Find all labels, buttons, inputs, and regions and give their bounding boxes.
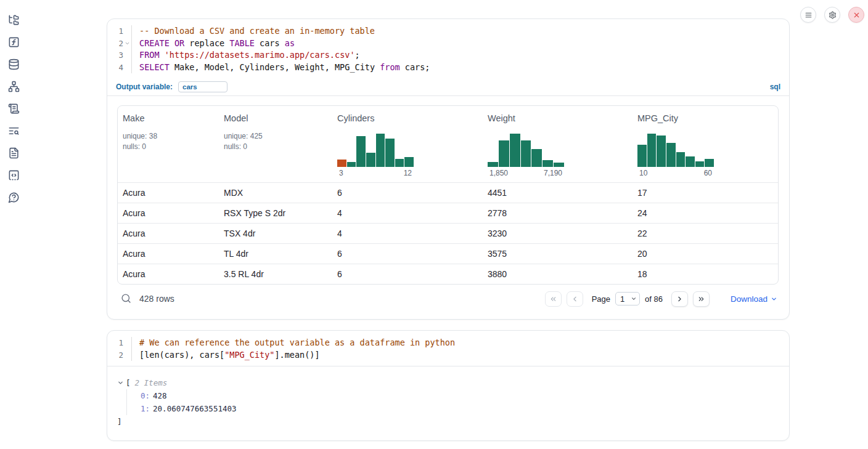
tree-entry[interactable]: 1:20.060747663551403 — [141, 402, 779, 415]
table-row[interactable]: AcuraRSX Type S 2dr4277824 — [118, 203, 778, 223]
token-plain: [len(cars), cars[ — [139, 350, 224, 360]
sidebar-item-logs[interactable] — [7, 102, 20, 115]
histogram-bar[interactable] — [395, 159, 404, 167]
hist-min-label: 10 — [639, 169, 647, 177]
histogram-bar[interactable] — [521, 140, 531, 167]
token-keyword: as — [285, 38, 295, 48]
token-keyword: FROM — [139, 50, 160, 60]
line-number: 1 — [107, 25, 123, 38]
collapse-icon[interactable] — [117, 379, 124, 386]
table-cell: 2778 — [483, 208, 633, 218]
table-cell: Acura — [118, 188, 219, 198]
shutdown-button[interactable] — [848, 7, 864, 23]
sidebar-item-help[interactable] — [7, 191, 20, 203]
histogram-bar[interactable] — [695, 161, 705, 167]
histogram-bar[interactable] — [542, 160, 553, 167]
tree-entries: 0:4281:20.060747663551403 — [126, 389, 779, 415]
documentation-icon — [8, 147, 20, 159]
search-icon[interactable] — [121, 293, 132, 304]
token-plain: ; — [355, 50, 360, 60]
token-plain: cars — [255, 38, 285, 48]
sql-cell-output: Makeunique: 38nulls: 0Modelunique: 425nu… — [107, 96, 789, 319]
first-page-button[interactable] — [545, 291, 562, 307]
table-row[interactable]: AcuraTL 4dr6357520 — [118, 243, 778, 264]
histogram-bar[interactable] — [705, 159, 714, 167]
sidebar-item-file-explorer[interactable] — [7, 14, 20, 26]
sidebar-item-search-logs[interactable] — [7, 124, 20, 137]
table-cell: 3230 — [483, 229, 633, 238]
sql-code-editor[interactable]: 1-- Download a CSV and create an in-memo… — [107, 19, 789, 78]
sidebar-item-datasources[interactable] — [7, 58, 20, 70]
histogram-bar[interactable] — [637, 145, 647, 167]
fold-spacer — [123, 49, 132, 62]
open-bracket: [ — [126, 376, 131, 389]
histogram-bar[interactable] — [499, 140, 509, 167]
table-body: AcuraMDX6445117AcuraRSX Type S 2dr427782… — [118, 182, 778, 284]
chevron-left-icon — [571, 295, 579, 303]
code-line[interactable]: 2[len(cars), cars["MPG_City"].mean()] — [107, 349, 779, 362]
table-cell: TL 4dr — [219, 249, 332, 259]
histogram-bar[interactable] — [647, 134, 657, 167]
column-title: Weight — [488, 113, 628, 123]
histogram-bar[interactable] — [385, 139, 395, 167]
sidebar-item-dependency-graph[interactable] — [7, 80, 20, 92]
histogram-bar[interactable] — [554, 163, 564, 167]
column-stat: unique: 425 — [224, 131, 327, 142]
sidebar-item-documentation[interactable] — [7, 147, 20, 159]
histogram-bar[interactable] — [404, 157, 414, 167]
chevrons-left-icon — [549, 295, 557, 303]
histogram-bar[interactable] — [657, 136, 666, 167]
histogram-bar[interactable] — [666, 143, 676, 167]
code-line[interactable]: 1-- Download a CSV and create an in-memo… — [107, 25, 779, 38]
column-header-weight[interactable]: Weight1,8507,190 — [483, 106, 633, 182]
column-header-make[interactable]: Makeunique: 38nulls: 0 — [118, 106, 219, 182]
table-cell: Acura — [118, 269, 219, 279]
next-page-button[interactable] — [671, 291, 688, 307]
help-icon — [8, 192, 20, 203]
hist-min-label: 1,850 — [489, 169, 508, 177]
datasources-icon — [8, 59, 20, 70]
table-row[interactable]: AcuraTSX 4dr4323022 — [118, 223, 778, 243]
table-row[interactable]: Acura3.5 RL 4dr6388018 — [118, 264, 778, 284]
table-row[interactable]: AcuraMDX6445117 — [118, 182, 778, 203]
tree-entry[interactable]: 0:428 — [141, 389, 779, 402]
code-line[interactable]: 1# We can reference the output variable … — [107, 337, 779, 349]
histogram-bar[interactable] — [686, 156, 695, 167]
settings-button[interactable] — [824, 7, 840, 23]
histogram-bar[interactable] — [366, 153, 375, 167]
previous-page-button[interactable] — [567, 291, 583, 307]
close-bracket: ] — [117, 415, 779, 428]
histogram-bar[interactable] — [510, 134, 520, 167]
download-button[interactable]: Download — [731, 294, 777, 304]
table-cell: 3.5 RL 4dr — [219, 269, 332, 279]
token-plain: cars; — [400, 62, 430, 72]
histogram-bar[interactable] — [337, 160, 346, 167]
code-line[interactable]: 2CREATE OR replace TABLE cars as — [107, 38, 779, 50]
language-badge[interactable]: sql — [770, 83, 780, 91]
sidebar-item-functions[interactable] — [7, 36, 20, 48]
python-code-editor[interactable]: 1# We can reference the output variable … — [107, 331, 789, 366]
code-line[interactable]: 4SELECT Make, Model, Cylinders, Weight, … — [107, 62, 779, 74]
code-line[interactable]: 3FROM 'https://datasets.marimo.app/cars.… — [107, 49, 779, 62]
column-header-model[interactable]: Modelunique: 425nulls: 0 — [219, 106, 332, 182]
histogram-bar[interactable] — [676, 152, 686, 167]
sidebar-item-snippets[interactable] — [7, 169, 20, 181]
histogram-bar[interactable] — [376, 134, 385, 167]
output-variable-input[interactable] — [178, 81, 227, 92]
token-keyword: CREATE — [139, 38, 170, 48]
column-header-cylinders[interactable]: Cylinders312 — [332, 106, 483, 182]
menu-button[interactable] — [800, 7, 816, 23]
histogram-bar[interactable] — [347, 162, 356, 167]
page-select[interactable]: 1 — [615, 292, 640, 305]
chevron-down-icon — [771, 296, 777, 302]
last-page-button[interactable] — [693, 291, 710, 307]
fold-arrow-icon[interactable] — [123, 38, 132, 50]
table-cell: 3575 — [483, 249, 633, 259]
token-plain — [160, 50, 165, 60]
histogram-bar[interactable] — [488, 162, 498, 167]
column-header-mpg_city[interactable]: MPG_City1060 — [633, 106, 778, 182]
histogram-bar[interactable] — [531, 149, 542, 167]
snippets-icon — [8, 169, 20, 181]
histogram-bar[interactable] — [356, 136, 366, 167]
hist-max-label: 60 — [704, 169, 712, 177]
